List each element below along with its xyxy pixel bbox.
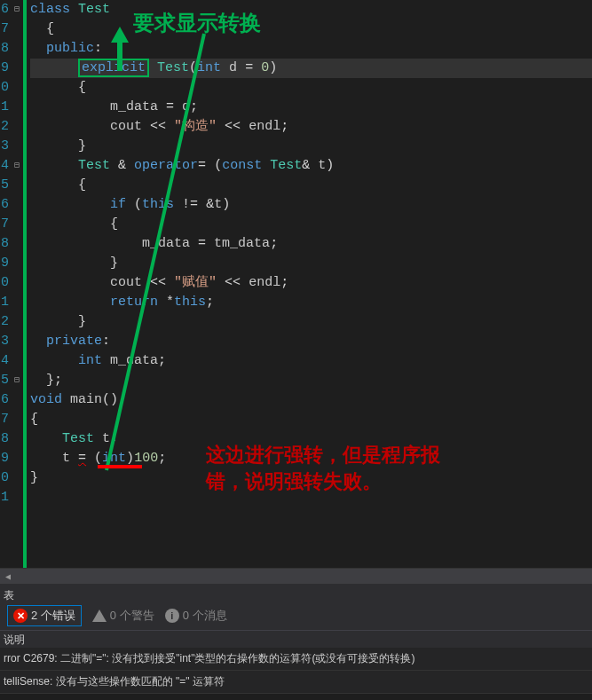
info-count-button[interactable]: i 0 个消息 (165, 608, 227, 624)
error-list-column-header[interactable]: 说明 (0, 630, 592, 648)
code-content[interactable]: class Test { public: explicit Test(int d… (27, 0, 592, 568)
code-editor[interactable]: 67890123456789012345678901 ⊟⊟⊟ class Tes… (0, 0, 592, 568)
error-row[interactable]: telliSense: 没有与这些操作数匹配的 "=" 运算符 (0, 671, 592, 694)
error-list-toolbar: ✕ 2 个错误 0 个警告 i 0 个消息 (0, 602, 592, 630)
error-row[interactable]: rror C2679: 二进制"=": 没有找到接受"int"类型的右操作数的运… (0, 648, 592, 671)
info-count-label: 0 个消息 (183, 608, 227, 624)
warning-icon (92, 610, 107, 622)
info-icon: i (165, 609, 179, 623)
line-number-gutter: 67890123456789012345678901 (0, 0, 11, 568)
error-list[interactable]: rror C2679: 二进制"=": 没有找到接受"int"类型的右操作数的运… (0, 648, 592, 694)
horizontal-scrollbar[interactable]: ◀ (0, 568, 592, 584)
warning-count-label: 0 个警告 (110, 608, 154, 624)
error-icon: ✕ (13, 609, 28, 623)
error-count-button[interactable]: ✕ 2 个错误 (7, 605, 82, 626)
scroll-left-icon[interactable]: ◀ (0, 569, 16, 585)
warning-count-button[interactable]: 0 个警告 (92, 608, 154, 624)
fold-gutter[interactable]: ⊟⊟⊟ (11, 0, 23, 568)
panel-tab[interactable]: 表 (0, 589, 592, 602)
error-count-label: 2 个错误 (31, 608, 75, 624)
explicit-keyword: explicit (78, 59, 149, 77)
